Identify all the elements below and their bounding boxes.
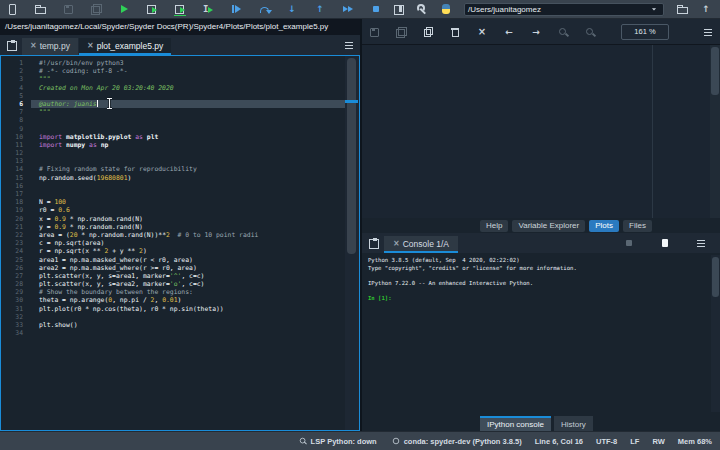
code-line[interactable]: """ [39, 108, 345, 116]
code-line[interactable]: c = np.sqrt(area) [39, 239, 345, 247]
new-file-icon[interactable] [6, 3, 18, 15]
parent-directory-icon[interactable] [700, 3, 712, 15]
run-cell-icon[interactable] [146, 3, 158, 15]
tab-plots[interactable]: Plots [589, 220, 619, 232]
code-line[interactable] [39, 313, 345, 321]
console-text [368, 272, 714, 280]
zoom-in-icon[interactable] [557, 26, 569, 38]
clipboard-icon[interactable] [659, 237, 671, 249]
console-scrollbar-thumb[interactable] [712, 257, 719, 297]
plots-options-menu-icon[interactable] [702, 26, 714, 38]
code-line[interactable]: plt.plot(r0 * np.cos(theta), r0 * np.sin… [39, 305, 345, 313]
step-return-icon[interactable] [314, 3, 326, 15]
code-line[interactable] [39, 149, 345, 157]
pythonpath-manager-icon[interactable] [440, 3, 452, 15]
console-output[interactable]: Python 3.8.5 (default, Sep 4 2020, 02:22… [362, 253, 720, 414]
code-line[interactable] [39, 116, 345, 124]
eol-status: LF [630, 437, 639, 446]
remove-all-plots-icon[interactable] [476, 26, 488, 38]
debug-file-icon[interactable] [230, 3, 242, 15]
code-line[interactable]: r0 = 0.6 [39, 206, 345, 214]
save-all-icon[interactable] [90, 3, 102, 15]
code-line[interactable] [39, 157, 345, 165]
code-lines[interactable]: #!/usr/bin/env python3# -*- coding: utf-… [39, 59, 345, 337]
code-line[interactable]: """ [39, 75, 345, 83]
close-icon[interactable]: × [87, 42, 94, 50]
code-line[interactable]: area = (20 * np.random.rand(N))**2 # 0 t… [39, 231, 345, 239]
close-icon[interactable]: × [393, 240, 400, 248]
code-line[interactable]: # -*- coding: utf-8 -*- [39, 67, 345, 75]
code-line[interactable] [39, 190, 345, 198]
zoom-out-icon[interactable] [584, 26, 596, 38]
code-line[interactable] [39, 182, 345, 190]
save-plot-icon[interactable] [368, 26, 380, 38]
code-line[interactable]: N = 100 [39, 198, 345, 206]
line-number: 12 [1, 149, 29, 157]
console-tab[interactable]: × Console 1/A [384, 236, 458, 253]
copy-plot-icon[interactable] [422, 26, 434, 38]
code-line[interactable]: @author: juanis [31, 100, 345, 108]
run-cell-advance-icon[interactable] [174, 3, 186, 16]
code-line[interactable]: area1 = np.ma.masked_where(r < r0, area) [39, 256, 345, 264]
console-scrollbar[interactable] [711, 255, 720, 412]
close-icon[interactable]: × [30, 42, 37, 50]
code-editor[interactable]: 1234567891011121314151617181920212223242… [0, 55, 360, 431]
tab-variable-explorer[interactable]: Variable Explorer [512, 220, 585, 232]
tab-history[interactable]: History [554, 416, 593, 431]
previous-plot-icon[interactable] [503, 26, 515, 38]
code-line[interactable]: plt.show() [39, 321, 345, 329]
step-over-icon[interactable] [258, 3, 270, 15]
chevron-down-icon[interactable] [650, 5, 658, 13]
open-file-icon[interactable] [34, 3, 46, 15]
code-line[interactable]: np.random.seed(19680801) [39, 174, 345, 182]
code-line[interactable]: r = np.sqrt(x ** 2 + y ** 2) [39, 247, 345, 255]
code-line[interactable]: plt.scatter(x, y, s=area1, marker='^', c… [39, 272, 345, 280]
browse-tabs-icon[interactable] [5, 39, 17, 51]
run-selection-icon[interactable] [202, 3, 214, 15]
editor-scrollbar-thumb[interactable] [347, 58, 356, 254]
code-line[interactable]: # Fixing random state for reproducibilit… [39, 165, 345, 173]
browse-tabs-icon[interactable] [367, 237, 379, 249]
step-into-icon[interactable] [286, 3, 298, 15]
interrupt-kernel-icon[interactable] [623, 237, 635, 249]
code-line[interactable]: #!/usr/bin/env python3 [39, 59, 345, 67]
console-tab-bar: × Console 1/A [362, 233, 720, 253]
code-line[interactable]: import numpy as np [39, 141, 345, 149]
continue-execution-icon[interactable] [342, 3, 354, 15]
console-options-icon[interactable] [695, 237, 707, 249]
plots-scrollbar-thumb[interactable] [711, 47, 719, 95]
status-label: Mem 68% [678, 437, 712, 446]
tab-temp-py[interactable]: ×temp.py [22, 38, 78, 55]
code-line[interactable]: # Show the boundary between the regions: [39, 288, 345, 296]
tab-plot-example5-py[interactable]: ×plot_example5.py [79, 38, 171, 55]
editor-scrollbar[interactable] [345, 56, 359, 430]
working-directory-combobox[interactable]: /Users/juanitagomez [464, 3, 664, 16]
code-line[interactable]: Created on Mon Apr 20 03:20:40 2020 [39, 84, 345, 92]
line-number: 26 [1, 264, 29, 272]
remove-plot-icon[interactable] [449, 26, 461, 38]
line-number: 34 [1, 329, 29, 337]
tab-files[interactable]: Files [623, 220, 652, 232]
next-plot-icon[interactable] [530, 26, 542, 38]
code-line[interactable]: y = 0.9 * np.random.rand(N) [39, 223, 345, 231]
stop-debugging-icon[interactable] [370, 3, 382, 15]
code-line[interactable]: area2 = np.ma.masked_where(r >= r0, area… [39, 264, 345, 272]
save-file-icon[interactable] [62, 3, 74, 15]
tab-ipython-console[interactable]: IPython console [480, 416, 551, 431]
browse-working-directory-icon[interactable] [676, 3, 688, 15]
run-file-icon[interactable] [118, 3, 130, 15]
code-line[interactable]: plt.scatter(x, y, s=area2, marker='o', c… [39, 280, 345, 288]
tab-help[interactable]: Help [480, 220, 508, 232]
maximize-pane-icon[interactable] [392, 3, 404, 15]
code-line[interactable]: x = 0.9 * np.random.rand(N) [39, 215, 345, 223]
plots-scrollbar[interactable] [710, 45, 720, 218]
code-line[interactable] [39, 329, 345, 337]
console-bottom-tabs: IPython consoleHistory [362, 414, 720, 431]
editor-options-menu-icon[interactable] [343, 39, 355, 51]
preferences-icon[interactable] [416, 3, 428, 15]
code-line[interactable] [39, 92, 345, 100]
save-all-plots-icon[interactable] [395, 26, 407, 38]
code-line[interactable]: import matplotlib.pyplot as plt [39, 133, 345, 141]
code-line[interactable] [39, 125, 345, 133]
code-line[interactable]: theta = np.arange(0, np.pi / 2, 0.01) [39, 296, 345, 304]
